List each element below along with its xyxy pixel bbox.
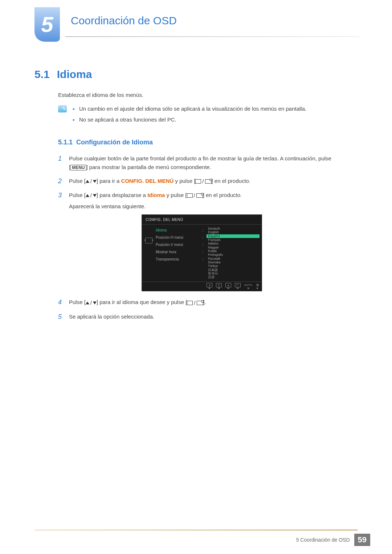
footer-text: 5 Coordinación de OSD [296,537,350,543]
step-4: 4 Pulse [/] para ir al idioma que desee … [58,298,348,307]
osd-back-icon: ◂ [207,283,212,287]
osd-menu-list: Idioma Posición-H menú Posición-V menú M… [156,227,199,279]
osd-title: CONFIG. DEL MENÚ [142,215,262,225]
osd-lang-item: Polski [207,249,260,253]
note-item: Un cambio en el ajuste del idioma sólo s… [73,104,306,113]
step-1: 1 Pulse cualquier botón de la parte fron… [58,154,348,172]
osd-power-icon: ⏻ [256,283,259,288]
step-number: 5 [58,312,62,322]
step-3: 3 Pulse [/] para desplazarse a Idioma y … [58,191,348,292]
section-title: Idioma [57,68,92,80]
osd-colon-column: ::::: [201,227,204,279]
osd-menu-item: Idioma [156,227,199,234]
osd-lang-item: Türkçe [207,264,260,268]
chapter-title: Coordinación de OSD [71,15,177,27]
osd-window: CONFIG. DEL MENÚ Idioma Posición-H menú … [142,214,262,292]
osd-lang-item: Magyar [207,246,260,249]
up-down-icon: / [86,177,97,186]
footer-divider [34,529,358,531]
osd-enter-icon: ↵ [235,283,241,287]
menu-key-icon: MENU [70,165,86,171]
chapter-number: 5 [41,12,53,37]
chapter-underline [65,36,359,37]
osd-side-icon-column [144,227,154,279]
note-item: No se aplicará a otras funciones del PC. [73,115,306,124]
source-enter-icon: / [195,177,211,186]
osd-lang-item: Svenska [207,260,260,264]
source-enter-icon: / [187,299,203,307]
osd-lang-item: 日本語 [207,268,260,272]
step-5: 5 Se aplicará la opción seleccionada. [58,312,348,321]
osd-down-icon: ▾ [216,283,222,287]
step-number: 4 [58,297,62,308]
osd-lang-item: Deutsch [207,227,260,230]
osd-menu-item: Posición-V menú [156,241,199,249]
osd-footer: ◂ ▾ ▴ ↵ AUTO ⏻ [142,282,262,291]
osd-up-icon: ▴ [225,283,231,287]
body-content: Establezca el idioma de los menús. Un ca… [58,91,348,326]
step-number: 1 [58,153,62,164]
osd-lang-item: Italiano [207,242,260,245]
osd-language-list: Deutsch English Español Français Italian… [207,227,260,279]
osd-lang-item: 한국어 [207,272,260,275]
step-number: 3 [58,190,62,201]
idioma-label: Idioma [147,192,165,198]
page-footer: 5 Coordinación de OSD 59 [0,529,392,546]
osd-lang-item: English [207,230,260,234]
source-enter-icon: / [187,191,203,200]
step-number: 2 [58,176,62,186]
osd-lang-item: 汉语 [207,275,260,279]
up-down-icon: / [86,299,97,307]
up-down-icon: / [86,191,97,200]
note-icon [58,105,67,112]
section-heading: 5.1Idioma [34,68,92,81]
osd-menu-item: Mostrar hora [156,249,199,256]
manual-page: 5 Coordinación de OSD 5.1Idioma Establez… [0,0,392,554]
osd-move-icon [145,238,152,243]
osd-menu-item: Transparencia [156,256,199,263]
note-list: Un cambio en el ajuste del idioma sólo s… [73,104,306,126]
page-number: 59 [354,534,370,546]
section-number: 5.1 [34,68,50,80]
osd-menu-item: Posición-H menú [156,234,199,241]
step-2: 2 Pulse [/] para ir a CONFIG. DEL MENÚ y… [58,177,348,186]
note-block: Un cambio en el ajuste del idioma sólo s… [58,104,348,126]
subsection-number: 5.1.1 [58,139,73,146]
osd-lang-item-selected: Español [207,234,260,238]
osd-lang-item: Français [207,238,260,242]
osd-lang-item: Português [207,253,260,257]
steps-list: 1 Pulse cualquier botón de la parte fron… [58,154,348,321]
config-del-menu-label: CONFIG. DEL MENÚ [121,178,174,184]
subsection-title: Configuración de Idioma [76,139,153,146]
osd-lang-item: Русский [207,257,260,260]
intro-text: Establezca el idioma de los menús. [58,91,348,99]
osd-auto-label: AUTO [244,283,252,288]
subsection-heading: 5.1.1 Configuración de Idioma [58,137,348,148]
chapter-badge: 5 [34,7,60,42]
